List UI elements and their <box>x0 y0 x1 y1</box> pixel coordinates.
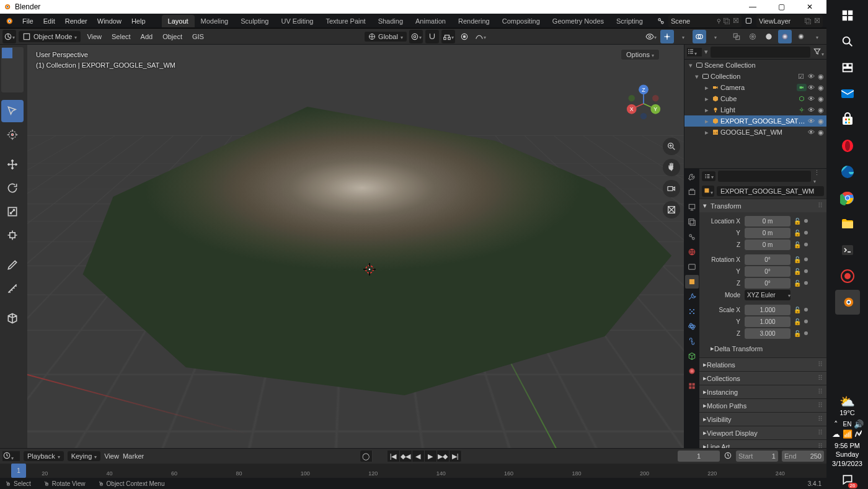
autokey-icon[interactable]: ◯ <box>360 451 373 462</box>
proptab-material[interactable] <box>685 364 699 378</box>
scale-x-field[interactable]: 1.000 <box>745 305 790 315</box>
play-rev-icon[interactable]: ◀ <box>412 451 425 462</box>
proptab-texture[interactable] <box>685 379 699 393</box>
eye-icon[interactable]: 👁 <box>807 117 815 125</box>
play-icon[interactable]: ▶ <box>425 451 437 462</box>
pivot-icon[interactable] <box>409 30 423 43</box>
scene-browse-icon[interactable] <box>655 15 667 27</box>
pan-icon[interactable] <box>663 159 680 176</box>
weather-widget[interactable]: ⛅ 19°C <box>839 392 855 419</box>
tool-cursor[interactable] <box>1 123 24 146</box>
header-gis[interactable]: GIS <box>188 33 208 40</box>
eye-icon[interactable]: 👁 <box>807 73 815 81</box>
proptab-collection[interactable] <box>685 260 699 274</box>
overlay-opts-icon[interactable] <box>709 30 722 43</box>
keyframe-dot[interactable] <box>804 281 808 285</box>
lang-icon[interactable]: EN <box>842 419 853 429</box>
proportional-edit-icon[interactable] <box>458 30 471 43</box>
editor-type-icon[interactable] <box>2 30 16 43</box>
lock-icon[interactable]: 🔓 <box>792 228 802 238</box>
gizmo-opts-icon[interactable] <box>676 30 690 43</box>
proptab-physics[interactable] <box>685 320 699 333</box>
panel-motionpaths[interactable]: ▸ Motion Paths⠿ <box>699 399 826 412</box>
panel-collections[interactable]: ▸ Collections⠿ <box>699 372 826 385</box>
lock-icon[interactable]: 🔓 <box>792 316 802 326</box>
taskbar-clock[interactable]: 9:56 PM Sunday 3/19/2023 <box>832 439 862 470</box>
render-icon[interactable]: ◉ <box>817 117 825 125</box>
store-app-icon[interactable] <box>835 107 860 132</box>
viewlayer-field[interactable]: ⿻ ☒ <box>756 15 823 27</box>
outliner-item-light[interactable]: ▸ Light 👁◉ <box>684 104 826 115</box>
loc-z-field[interactable]: 0 m <box>745 240 790 250</box>
3d-viewport[interactable]: User Perspective (1) Collection | EXPORT… <box>27 45 684 448</box>
workspace-tab-animation[interactable]: Animation <box>409 15 452 27</box>
camera-view-icon[interactable] <box>663 180 680 197</box>
tool-select-box[interactable] <box>1 100 24 122</box>
eye-icon[interactable]: 👁 <box>807 95 815 103</box>
proptab-data[interactable] <box>685 349 699 363</box>
eye-icon[interactable]: 👁 <box>807 84 815 92</box>
xray-icon[interactable] <box>730 30 743 43</box>
outliner-item-cube[interactable]: ▸ Cube 👁◉ <box>684 93 826 104</box>
lock-icon[interactable]: 🔓 <box>792 305 802 315</box>
orientation-selector[interactable]: Global <box>365 32 407 42</box>
rot-y-field[interactable]: 0° <box>745 266 790 277</box>
start-button[interactable] <box>835 3 860 28</box>
proptab-output[interactable] <box>685 200 699 214</box>
workspace-tab-geonodes[interactable]: Geometry Nodes <box>546 15 610 27</box>
wifi-icon[interactable]: 📶 <box>842 429 853 439</box>
keyframe-dot[interactable] <box>804 243 808 246</box>
outliner-search[interactable] <box>711 47 810 58</box>
persp-ortho-icon[interactable] <box>663 201 680 218</box>
shade-solid-icon[interactable] <box>762 30 776 43</box>
workspace-tab-modeling[interactable]: Modeling <box>195 15 235 27</box>
tool-rotate[interactable] <box>1 177 24 199</box>
notifications-icon[interactable]: 26 <box>835 471 860 488</box>
menu-file[interactable]: File <box>17 14 38 29</box>
delete-layer-icon[interactable]: ☒ <box>814 17 820 25</box>
overlay-toggle-icon[interactable] <box>693 30 706 43</box>
gizmo-toggle-icon[interactable] <box>660 30 674 43</box>
blender-logo-icon[interactable] <box>2 15 15 27</box>
chrome-app-icon[interactable] <box>835 186 860 210</box>
volume-icon[interactable]: 🔊 <box>853 419 864 429</box>
current-frame-field[interactable]: 1 <box>678 451 720 462</box>
battery-icon[interactable]: 🗲 <box>853 429 864 439</box>
jump-end-icon[interactable]: ▶| <box>450 451 462 462</box>
workspace-tab-scripting[interactable]: Scripting <box>610 15 649 27</box>
object-icon[interactable] <box>702 186 714 197</box>
header-select[interactable]: Select <box>108 33 135 40</box>
proptab-viewlayer[interactable] <box>685 215 699 229</box>
proptab-object[interactable] <box>685 275 699 289</box>
lock-icon[interactable]: 🔓 <box>792 216 802 226</box>
select-mode-btns[interactable] <box>1 47 24 92</box>
keyframe-dot[interactable] <box>804 269 808 273</box>
rot-x-field[interactable]: 0° <box>745 254 790 265</box>
opera-app-icon[interactable] <box>835 133 860 158</box>
jump-start-icon[interactable]: |◀ <box>388 451 400 462</box>
workspace-tab-uvediting[interactable]: UV Editing <box>275 15 319 27</box>
loc-y-field[interactable]: 0 m <box>745 228 790 238</box>
workspace-tab-texturepaint[interactable]: Texture Paint <box>319 15 371 27</box>
proportional-falloff-icon[interactable] <box>474 30 487 43</box>
panel-viewportdisplay[interactable]: ▸ Viewport Display⠿ <box>699 426 826 439</box>
render-icon[interactable]: ◉ <box>817 95 825 103</box>
object-name-field[interactable]: EXPORT_GOOGLE_SAT_WM <box>717 186 824 196</box>
edge-app-icon[interactable] <box>835 159 860 184</box>
proptab-particles[interactable] <box>685 305 699 318</box>
render-icon[interactable]: ◉ <box>817 73 825 81</box>
timeline-view[interactable]: View <box>104 452 119 460</box>
workspace-tab-sculpting[interactable]: Sculpting <box>234 15 275 27</box>
menu-window[interactable]: Window <box>92 14 126 29</box>
shade-render-icon[interactable] <box>794 30 808 43</box>
snap-target-icon[interactable] <box>441 30 455 43</box>
preview-range-icon[interactable] <box>724 451 732 461</box>
key-prev-icon[interactable]: ◆◀ <box>400 451 412 462</box>
keyframe-dot[interactable] <box>804 219 808 223</box>
scale-z-field[interactable]: 3.000 <box>745 328 790 339</box>
rot-z-field[interactable]: 0° <box>745 278 790 289</box>
outliner-filter-icon[interactable] <box>813 47 824 57</box>
keyframe-dot[interactable] <box>804 320 808 323</box>
keyframe-dot[interactable] <box>804 231 808 235</box>
window-close-button[interactable]: ✕ <box>795 0 824 14</box>
